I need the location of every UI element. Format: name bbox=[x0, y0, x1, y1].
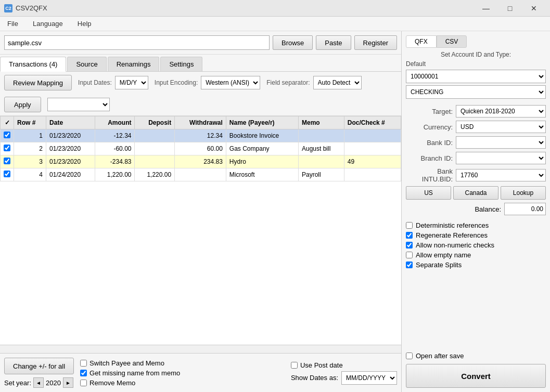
dates-format-select[interactable]: MM/DD/YYYY DD/MM/YYYY YYYY/MM/DD bbox=[341, 371, 397, 385]
allow-empty-checkbox[interactable] bbox=[406, 252, 413, 258]
get-missing-checkbox[interactable] bbox=[80, 370, 87, 376]
maximize-button[interactable]: □ bbox=[498, 0, 522, 17]
row-name: Bookstore Invoice bbox=[226, 129, 298, 142]
table-row[interactable]: 3 01/23/2020 -234.83 234.83 Hydro 49 bbox=[1, 155, 401, 168]
right-tab-qfx[interactable]: QFX bbox=[406, 35, 437, 48]
tab-renamings[interactable]: Renamings bbox=[108, 57, 160, 71]
account-id-select[interactable]: 10000001 bbox=[406, 70, 546, 83]
row-checkbox[interactable] bbox=[4, 145, 10, 151]
app-icon: C2 bbox=[4, 4, 12, 12]
row-checkbox-cell[interactable] bbox=[1, 142, 14, 155]
switch-payee-checkbox[interactable] bbox=[80, 360, 87, 367]
row-memo: August bill bbox=[299, 142, 344, 155]
separate-splits-checkbox-label[interactable]: Separate Splits bbox=[406, 261, 546, 269]
separate-splits-checkbox[interactable] bbox=[406, 262, 413, 268]
minimize-button[interactable]: — bbox=[474, 0, 498, 17]
menu-bar: File Language Help bbox=[0, 17, 550, 31]
year-decrement-button[interactable]: ◄ bbox=[33, 377, 44, 388]
table-row[interactable]: 1 01/23/2020 -12.34 12.34 Bookstore Invo… bbox=[1, 129, 401, 142]
open-after-save-label[interactable]: Open after save bbox=[406, 352, 546, 360]
use-post-date-checkbox[interactable] bbox=[291, 362, 298, 369]
col-header-name: Name (Payee/r) bbox=[226, 116, 298, 129]
row-number: 2 bbox=[14, 142, 46, 155]
get-missing-checkbox-label[interactable]: Get missing name from memo bbox=[80, 369, 180, 377]
input-encoding-group: Input Encoding: Western (ANSI) UTF-8 bbox=[155, 76, 260, 89]
year-value: 2020 bbox=[46, 379, 61, 387]
row-checkbox[interactable] bbox=[4, 171, 10, 177]
menu-language[interactable]: Language bbox=[30, 18, 66, 30]
row-checkbox[interactable] bbox=[4, 132, 10, 138]
currency-select[interactable]: USD EUR CAD bbox=[456, 121, 546, 133]
apply-button[interactable]: Apply bbox=[4, 97, 41, 112]
row-memo: Payroll bbox=[299, 168, 344, 181]
input-dates-select[interactable]: M/D/Y D/M/Y Y/M/D bbox=[115, 76, 148, 89]
lookup-button[interactable]: Lookup bbox=[501, 186, 546, 200]
use-post-date-label: Use Post date bbox=[300, 361, 343, 369]
tab-source[interactable]: Source bbox=[67, 57, 106, 71]
table-row[interactable]: 2 01/23/2020 -60.00 60.00 Gas Company Au… bbox=[1, 142, 401, 155]
target-select[interactable]: Quicken 2018-2020 Quicken 2015-2017 bbox=[456, 105, 546, 117]
field-separator-select[interactable]: Auto Detect Comma Tab Semicolon bbox=[313, 76, 362, 89]
geo-buttons: US Canada Lookup bbox=[406, 186, 546, 200]
tab-settings[interactable]: Settings bbox=[160, 57, 202, 71]
col-header-date: Date bbox=[46, 116, 95, 129]
remove-memo-checkbox-label[interactable]: Remove Memo bbox=[80, 379, 180, 387]
allow-nonnumeric-checkbox-label[interactable]: Allow non-numeric checks bbox=[406, 241, 546, 249]
deterministic-checkbox[interactable] bbox=[406, 222, 413, 229]
row-name: Gas Company bbox=[226, 142, 298, 155]
currency-label: Currency: bbox=[406, 123, 453, 131]
regenerate-checkbox[interactable] bbox=[406, 232, 413, 239]
branch-id-label: Branch ID: bbox=[406, 154, 453, 162]
file-input[interactable] bbox=[4, 35, 270, 50]
open-after-save-checkbox[interactable] bbox=[406, 352, 413, 359]
us-button[interactable]: US bbox=[406, 186, 451, 200]
use-post-date-checkbox-label[interactable]: Use Post date bbox=[291, 361, 397, 369]
browse-button[interactable]: Browse bbox=[273, 35, 313, 50]
deterministic-checkbox-label[interactable]: Deterministic references bbox=[406, 221, 546, 229]
convert-button[interactable]: Convert bbox=[406, 364, 546, 388]
menu-file[interactable]: File bbox=[4, 18, 21, 30]
branch-id-select[interactable] bbox=[456, 152, 546, 164]
right-tab-csv[interactable]: CSV bbox=[437, 35, 467, 48]
allow-empty-checkbox-label[interactable]: Allow empty name bbox=[406, 251, 546, 259]
bank-id-row: Bank ID: bbox=[406, 136, 546, 149]
balance-input[interactable] bbox=[504, 203, 546, 215]
toolbar-dropdown[interactable] bbox=[47, 98, 110, 111]
row-checkbox-cell[interactable] bbox=[1, 129, 14, 142]
row-checkbox-cell[interactable] bbox=[1, 168, 14, 181]
close-button[interactable]: ✕ bbox=[522, 0, 546, 17]
horizontal-scrollbar[interactable] bbox=[0, 345, 401, 353]
change-button[interactable]: Change +/- for all bbox=[4, 358, 74, 374]
account-type-select[interactable]: CHECKING SAVINGS bbox=[406, 85, 546, 99]
allow-nonnumeric-checkbox[interactable] bbox=[406, 242, 413, 249]
row-withdrawal: 234.83 bbox=[175, 155, 226, 168]
row-withdrawal: 60.00 bbox=[175, 142, 226, 155]
title-bar: C2 CSV2QFX — □ ✕ bbox=[0, 0, 550, 17]
row-number: 1 bbox=[14, 129, 46, 142]
tab-transactions[interactable]: Transactions (4) bbox=[0, 57, 66, 72]
register-button[interactable]: Register bbox=[354, 35, 397, 50]
show-dates-label: Show Dates as: bbox=[291, 374, 338, 382]
year-increment-button[interactable]: ► bbox=[63, 377, 73, 388]
bank-intu-select[interactable]: 17760 bbox=[456, 169, 546, 181]
target-label: Target: bbox=[406, 108, 453, 115]
review-mapping-button[interactable]: Review Mapping bbox=[4, 75, 72, 90]
balance-label: Balance: bbox=[406, 205, 501, 213]
regenerate-checkbox-label[interactable]: Regenerate References bbox=[406, 231, 546, 239]
switch-payee-checkbox-label[interactable]: Switch Payee and Memo bbox=[80, 359, 180, 367]
bank-id-select[interactable] bbox=[456, 136, 546, 149]
input-encoding-select[interactable]: Western (ANSI) UTF-8 bbox=[201, 76, 260, 89]
row-checkbox[interactable] bbox=[4, 158, 10, 164]
table-row[interactable]: 4 01/24/2020 1,220.00 1,220.00 Microsoft… bbox=[1, 168, 401, 181]
remove-memo-checkbox[interactable] bbox=[80, 380, 87, 386]
paste-button[interactable]: Paste bbox=[316, 35, 351, 50]
row-deposit: 1,220.00 bbox=[135, 168, 175, 181]
table-header-row: ✓ Row # Date Amount Deposit Withdrawal N… bbox=[1, 116, 401, 129]
canada-button[interactable]: Canada bbox=[453, 186, 498, 200]
row-withdrawal: 12.34 bbox=[175, 129, 226, 142]
set-account-label: Set Account ID and Type: bbox=[406, 51, 546, 58]
menu-help[interactable]: Help bbox=[74, 18, 95, 30]
window-controls: — □ ✕ bbox=[474, 0, 546, 17]
row-deposit bbox=[135, 129, 175, 142]
row-checkbox-cell[interactable] bbox=[1, 155, 14, 168]
